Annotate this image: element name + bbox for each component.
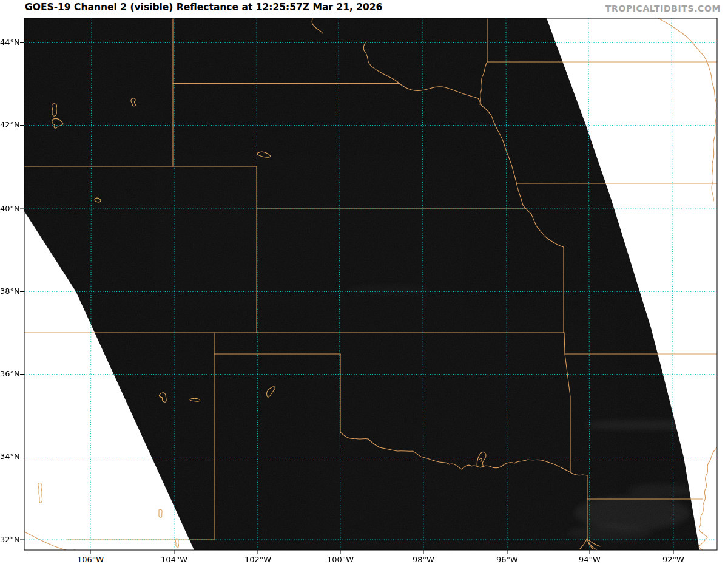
sensor-noise-overlay bbox=[24, 18, 717, 550]
lake-elephant-butte bbox=[38, 483, 42, 503]
scan-region bbox=[24, 18, 717, 550]
satellite-map bbox=[0, 0, 728, 564]
x-axis-label-94w: 94°W bbox=[570, 555, 609, 564]
page-title: GOES-19 Channel 2 (visible) Reflectance … bbox=[25, 2, 382, 13]
x-axis-label-96w: 96°W bbox=[488, 555, 527, 564]
y-axis-label-40n: 40°N bbox=[0, 203, 19, 214]
x-axis-label-100w: 100°W bbox=[321, 555, 360, 564]
x-axis-label-104w: 104°W bbox=[155, 555, 194, 564]
y-axis-label-32n: 32°N bbox=[0, 534, 19, 545]
x-axis-label-98w: 98°W bbox=[404, 555, 443, 564]
x-axis-label-102w: 102°W bbox=[238, 555, 277, 564]
lake-nm-small bbox=[159, 509, 162, 517]
y-axis-label-38n: 38°N bbox=[0, 286, 19, 297]
y-axis-label-44n: 44°N bbox=[0, 37, 19, 48]
y-axis-label-34n: 34°N bbox=[0, 451, 19, 462]
y-axis-label-42n: 42°N bbox=[0, 120, 19, 131]
x-axis-label-106w: 106°W bbox=[71, 555, 110, 564]
x-axis-label-92w: 92°W bbox=[654, 555, 693, 564]
mississippi-river-north bbox=[658, 18, 716, 201]
satellite-map-page: { "header": { "title": "GOES-19 Channel … bbox=[0, 0, 728, 564]
rio-grande bbox=[24, 532, 75, 551]
tropicaltidbits-watermark: TROPICALTIDBITS.COM bbox=[605, 4, 721, 13]
y-axis-label-36n: 36°N bbox=[0, 369, 19, 379]
